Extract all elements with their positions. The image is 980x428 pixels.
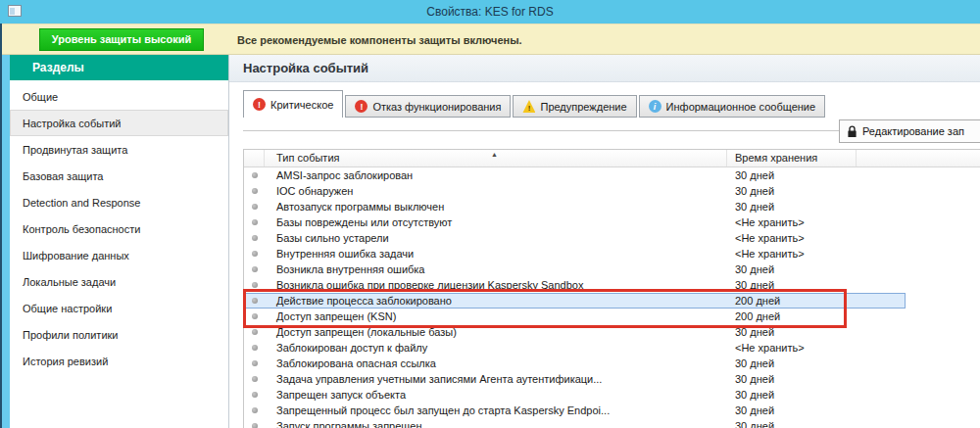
protection-level-button[interactable]: Уровень защиты высокий [39,28,204,51]
table-row[interactable]: Внутренняя ошибка задачи<Не хранить> [244,246,980,262]
event-bullet-cell [244,293,265,309]
tab-warning[interactable]: !Предупреждение [513,95,636,118]
event-bullet-cell [244,340,265,356]
toolbar-separator [243,130,839,131]
table-row[interactable]: Действие процесса заблокировано200 дней [244,293,980,309]
retention-cell: 200 дней [727,293,857,309]
event-dot-icon [252,360,258,366]
table-row[interactable]: IOC обнаружен30 дней [244,183,980,199]
event-type-cell: Возникла внутренняя ошибка [265,262,727,277]
sidebar-item[interactable]: Контроль безопасности [10,215,228,242]
tab-failure[interactable]: !Отказ функционирования [345,95,511,118]
tab-info[interactable]: iИнформационное сообщение [639,95,826,118]
table-row[interactable]: Задача управления учетными записями Аген… [244,371,980,387]
event-dot-icon [252,423,258,428]
event-dot-icon [252,407,258,413]
event-type-cell: Автозапуск программы выключен [265,199,727,214]
table-row[interactable]: Запуск программы запрещен30 дней [244,418,980,428]
table-row[interactable]: Базы повреждены или отсутствуют<Не храни… [244,214,980,230]
event-dot-icon [252,298,258,304]
title-bar: Свойства: KES for RDS [0,0,980,24]
event-dot-icon [252,392,258,398]
tab-label: Отказ функционирования [372,101,501,113]
sidebar-item[interactable]: Профили политики [10,321,228,348]
event-type-cell: Базы сильно устарели [265,230,727,246]
sidebar-item[interactable]: Общие [10,83,228,110]
main-panel: Настройка событий !Критическое!Отказ фун… [228,55,980,428]
table-row[interactable]: Запрещен запуск объекта30 дней [244,387,980,403]
event-bullet-cell [244,356,265,371]
table-row[interactable]: Базы сильно устарели<Не хранить> [244,230,980,246]
event-dot-icon [252,266,258,272]
sidebar-item[interactable]: Шифрование данных [10,242,228,268]
failure-icon: ! [355,100,368,113]
event-type-cell: Доступ запрещен (локальные базы) [265,324,727,340]
event-bullet-cell [244,167,265,183]
events-table: Тип события Время хранения ▲ AMSI-запрос… [243,149,980,428]
event-bullet-cell [244,418,265,428]
retention-cell: <Не хранить> [727,214,857,230]
event-bullet-cell [244,183,265,199]
event-type-cell: Доступ запрещен (KSN) [265,309,727,324]
table-row[interactable]: Возникла ошибка при проверке лицензии Ka… [244,277,980,293]
sections-sidebar: Разделы ОбщиеНастройка событийПродвинута… [10,55,228,428]
window-title: Свойства: KES for RDS [0,5,980,19]
page-title: Настройка событий [229,55,980,82]
event-type-cell: Внутренняя ошибка задачи [265,246,727,262]
retention-cell: 30 дней [727,167,857,183]
retention-cell: 30 дней [727,387,857,403]
table-row[interactable]: Доступ запрещен (локальные базы)30 дней [244,324,980,340]
event-type-cell: Возникла ошибка при проверке лицензии Ka… [265,277,727,293]
event-dot-icon [252,329,258,335]
window-icon [8,5,22,17]
tab-label: Информационное сообщение [666,101,816,113]
table-row[interactable]: Возникла внутренняя ошибка30 дней [244,262,980,277]
sidebar-header: Разделы [10,55,228,80]
retention-cell: 30 дней [727,183,857,199]
event-dot-icon [252,282,258,288]
table-header-row: Тип события Время хранения ▲ [244,150,980,167]
banner-message: Все рекомендуемые компоненты защиты вклю… [237,24,522,56]
event-type-cell: Запуск программы запрещен [265,418,727,428]
event-bullet-cell [244,262,265,277]
table-rows: AMSI-запрос заблокирован30 днейIOC обнар… [244,167,980,428]
table-row[interactable]: AMSI-запрос заблокирован30 дней [244,167,980,183]
table-row[interactable]: Заблокирована опасная ссылка30 дней [244,356,980,371]
event-dot-icon [252,172,258,178]
icon-column-header [244,150,265,166]
edit-record-button[interactable]: Редактирование зап [839,119,980,143]
tab-label: Критическое [270,99,333,111]
sort-ascending-icon: ▲ [491,151,498,158]
table-row[interactable]: Запрещенный процесс был запущен до старт… [244,403,980,418]
sidebar-item[interactable]: Продвинутая защита [10,136,228,163]
table-row[interactable]: Автозапуск программы выключен30 дней [244,199,980,214]
retention-cell: 30 дней [727,356,857,371]
tab-critical[interactable]: !Критическое [243,90,343,118]
event-type-cell: Действие процесса заблокировано [265,293,727,309]
sidebar-item[interactable]: Общие настройки [10,295,228,321]
sidebar-item[interactable]: История ревизий [10,348,228,374]
sidebar-item[interactable]: Detection and Response [10,189,228,215]
retention-column-header[interactable]: Время хранения [727,150,857,166]
table-row[interactable]: Доступ запрещен (KSN)200 дней [244,309,980,324]
event-bullet-cell [244,371,265,387]
sidebar-item[interactable]: Базовая защита [10,163,228,189]
event-type-cell: Заблокирована опасная ссылка [265,356,727,371]
table-row[interactable]: Заблокирован доступ к файлу<Не хранить> [244,340,980,356]
retention-cell: <Не хранить> [727,246,857,262]
retention-cell: <Не хранить> [727,340,857,356]
info-icon: i [649,100,662,113]
retention-cell: 30 дней [727,199,857,214]
window-border-blue [2,55,10,428]
sidebar-item[interactable]: Локальные задачи [10,268,228,295]
event-type-cell: Задача управления учетными записями Аген… [265,371,727,387]
event-type-cell: IOC обнаружен [265,183,727,199]
retention-cell: 30 дней [727,324,857,340]
event-dot-icon [252,188,258,194]
event-dot-icon [252,235,258,241]
retention-cell: 200 дней [727,309,857,324]
critical-icon: ! [253,98,266,111]
retention-cell: 30 дней [727,371,857,387]
sidebar-item[interactable]: Настройка событий [10,110,228,136]
event-dot-icon [252,204,258,210]
